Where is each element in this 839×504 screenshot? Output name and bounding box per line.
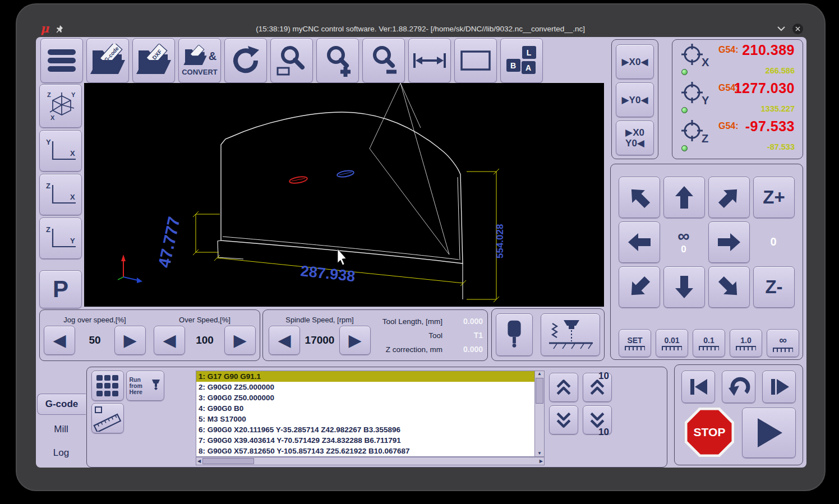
page-up-button[interactable] xyxy=(549,373,578,402)
svg-text:Y: Y xyxy=(70,237,75,245)
scroll-down-icon[interactable]: ▼ xyxy=(537,451,542,456)
jog-step-01-button[interactable]: 0.1 xyxy=(693,329,725,357)
jog-z-plus-button[interactable]: Z+ xyxy=(753,177,795,218)
scroll-left-icon[interactable]: ◀ xyxy=(197,459,201,464)
jog-left-button[interactable] xyxy=(619,221,660,263)
hotkeys-button[interactable]: L B A xyxy=(500,38,543,83)
jog-z-minus-button[interactable]: Z- xyxy=(753,266,795,308)
tool-info: Tool Length, [mm]0.000 ToolT1 Z correcti… xyxy=(374,315,487,357)
tool-measure-panel xyxy=(491,308,605,361)
tab-log[interactable]: Log xyxy=(37,443,85,463)
rewind-to-start-button[interactable] xyxy=(681,371,715,403)
refresh-button[interactable] xyxy=(224,38,267,83)
horizontal-scrollbar-thumb[interactable] xyxy=(202,458,254,464)
jog-step-10-button[interactable]: 1.0 xyxy=(730,329,762,357)
jog-up-button[interactable] xyxy=(663,177,705,218)
toolpath-canvas[interactable]: 47.777 287.938 554.028 xyxy=(84,83,604,307)
open-dxf-button[interactable]: DXF xyxy=(132,38,175,83)
tab-gcode[interactable]: G-code xyxy=(37,394,86,415)
jog-step-infinity-button[interactable]: ∞ xyxy=(767,329,799,357)
gcode-line[interactable]: 5: M3 S17000 xyxy=(196,414,535,424)
rect-select-button[interactable] xyxy=(454,38,497,83)
menu-button[interactable] xyxy=(40,38,83,83)
toolpath-grid-button[interactable] xyxy=(91,371,124,401)
run-from-here-button[interactable]: Run from Here xyxy=(126,371,164,401)
gcode-line[interactable]: 8: G90G0 X57.812650 Y-105.857143 Z25.621… xyxy=(196,446,535,456)
tool-length-sensor-icon xyxy=(543,318,597,352)
vertical-scrollbar[interactable]: ▲ ▼ xyxy=(534,371,545,457)
view-zx-icon: Z X xyxy=(43,178,78,211)
jog-speed-decrease-button[interactable]: ◀ xyxy=(44,326,75,355)
view-zx-button[interactable]: Z X xyxy=(39,174,82,215)
rapid-move-lines xyxy=(370,83,449,255)
left-triangle-icon: ◀ xyxy=(53,332,66,349)
back-one-line-button[interactable] xyxy=(722,371,755,403)
play-icon xyxy=(752,416,786,450)
gcode-listing[interactable]: 1: G17 G90 G91.1 2: G90G0 Z25.000000 3: … xyxy=(196,371,536,457)
jog-side-value: 0 xyxy=(770,235,776,248)
rotate-workpiece-button[interactable] xyxy=(91,403,124,433)
gcode-line[interactable]: 2: G90G0 Z25.000000 xyxy=(196,382,535,392)
gcode-line[interactable]: 7: G90G0 X39.403614 Y-70.571429 Z34.8322… xyxy=(196,435,535,446)
view-3d-button[interactable]: Z Y X xyxy=(39,84,82,128)
tool-probe-button[interactable] xyxy=(496,313,533,356)
tab-mill[interactable]: Mill xyxy=(37,419,85,440)
over-speed-decrease-button[interactable]: ◀ xyxy=(154,326,185,355)
open-and-convert-button[interactable]: & CONVERT xyxy=(178,38,221,83)
view-zy-button[interactable]: Z Y xyxy=(39,218,82,259)
z-correction-value: 0.000 xyxy=(450,345,483,354)
start-button[interactable] xyxy=(742,408,796,458)
pin-icon[interactable] xyxy=(56,25,64,33)
jog-speed-increase-button[interactable]: ▶ xyxy=(114,326,146,355)
open-gcode-button[interactable]: G-code xyxy=(86,38,129,83)
scroll-up-icon[interactable]: ▲ xyxy=(535,372,544,376)
jog-down-right-button[interactable] xyxy=(708,266,750,308)
gcode-line[interactable]: 1: G17 G90 G91.1 xyxy=(196,371,535,382)
collapse-chevron-icon[interactable] xyxy=(777,26,786,31)
gcode-line[interactable]: 6: G90G0 X20.111965 Y-35.285714 Z42.9822… xyxy=(196,424,535,435)
dro-y-value: 1277.030 xyxy=(734,80,795,96)
over-speed-label: Over Speed,[%] xyxy=(154,316,256,324)
dxf-file-icon: DXF xyxy=(135,44,172,77)
view-sidebar: Z Y X Y X Z X xyxy=(39,84,81,308)
svg-text:X: X xyxy=(70,149,75,158)
zero-xy-button[interactable]: ▶X0 Y0◀ xyxy=(616,121,654,155)
arrow-right-icon xyxy=(715,228,743,256)
horizontal-scrollbar[interactable]: ◀ ▶ xyxy=(196,457,545,465)
fit-width-button[interactable] xyxy=(408,38,451,83)
scroll-right-icon[interactable]: ▶ xyxy=(540,459,543,464)
zoom-out-button[interactable] xyxy=(362,38,405,83)
right-triangle-icon: ▶ xyxy=(348,332,361,349)
gcode-line[interactable]: 4: G90G0 B0 xyxy=(196,403,535,414)
jog-down-left-button[interactable] xyxy=(619,266,660,308)
jog-step-set-button[interactable]: SET xyxy=(619,329,651,357)
spindle-speed-increase-button[interactable]: ▶ xyxy=(339,326,371,355)
zero-y-button[interactable]: ▶Y0◀ xyxy=(616,82,654,117)
play-from-line-button[interactable] xyxy=(762,371,796,403)
dro-wcs-label: G54: xyxy=(718,121,739,131)
page-down-button[interactable] xyxy=(549,405,578,434)
jog-up-left-button[interactable] xyxy=(619,177,660,218)
vertical-scrollbar-thumb[interactable] xyxy=(536,378,543,404)
gcode-line[interactable]: 3: G90G0 Z50.000000 xyxy=(196,392,535,403)
stop-button[interactable]: STOP xyxy=(684,406,735,458)
over-speed-increase-button[interactable]: ▶ xyxy=(224,326,256,355)
jog-down-button[interactable] xyxy=(663,266,705,308)
infinity-icon: ∞ xyxy=(677,228,689,244)
jog-center-value: 0 xyxy=(681,244,686,255)
close-button[interactable] xyxy=(792,24,803,34)
jog-step-001-button[interactable]: 0.01 xyxy=(656,329,688,357)
zoom-fit-button[interactable] xyxy=(270,38,313,83)
view-xy-button[interactable]: Y X xyxy=(39,130,82,172)
zoom-in-button[interactable] xyxy=(316,38,359,83)
zero-x-button[interactable]: ▶X0◀ xyxy=(616,44,654,79)
tool-length-measure-button[interactable] xyxy=(541,313,600,356)
jog-side-display: 0 xyxy=(753,221,794,262)
tab-log-label: Log xyxy=(53,447,69,459)
jog-up-right-button[interactable] xyxy=(708,177,750,218)
view-3d-icon: Z Y X xyxy=(43,89,78,123)
jog-right-button[interactable] xyxy=(708,221,750,263)
spindle-speed-decrease-button[interactable]: ◀ xyxy=(269,326,300,355)
park-button[interactable]: P xyxy=(39,270,82,308)
dimension-left: 47.777 xyxy=(155,215,183,270)
